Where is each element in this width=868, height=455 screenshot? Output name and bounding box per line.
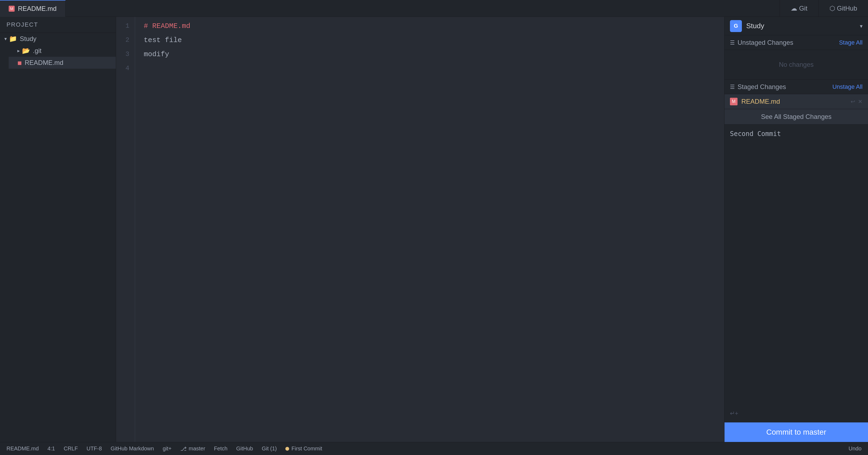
staged-title: Staged Changes [738, 83, 833, 91]
tab-git[interactable]: ☁ Git [780, 0, 818, 17]
staged-area: ☰ Staged Changes Unstage All M README.md… [724, 79, 868, 109]
status-git-plus-label: git+ [163, 446, 172, 452]
stage-all-button[interactable]: Stage All [839, 39, 863, 46]
unstaged-section-header: ☰ Unstaged Changes Stage All [724, 35, 868, 50]
code-line-2: test file [144, 33, 724, 47]
status-github-label: GitHub [236, 446, 253, 452]
line-num-1: 1 [116, 19, 129, 33]
tab-readme-label: README.md [18, 5, 57, 12]
status-branch[interactable]: ⎇ master [180, 446, 205, 452]
git-repo-name: Study [746, 22, 858, 30]
status-git-label: git+ [163, 446, 172, 452]
git-panel-header: G Study ▾ [724, 17, 868, 35]
chevron-down-icon[interactable]: ▾ [860, 23, 863, 29]
tab-readme[interactable]: M README.md [0, 0, 66, 17]
tab-git-label: ☁ Git [791, 5, 807, 12]
commit-section: Second Commit ↵+ Commit to master [724, 124, 868, 442]
unstaged-title: Unstaged Changes [738, 39, 839, 47]
readme-file-icon: M [9, 6, 14, 12]
see-all-staged-button[interactable]: See All Staged Changes [724, 109, 868, 124]
code-line-4 [144, 61, 724, 76]
discard-icon[interactable]: ✕ [858, 98, 863, 105]
unstaged-area: ☰ Unstaged Changes Stage All No changes [724, 35, 868, 79]
git-panel: G Study ▾ ☰ Unstaged Changes Stage All N… [724, 17, 868, 442]
tree-root[interactable]: ▾ 📁 Study [0, 33, 116, 45]
commit-message-input[interactable]: Second Commit [730, 129, 863, 409]
status-branch-label: master [189, 446, 205, 452]
staged-file-name: README.md [741, 98, 850, 105]
undo-button[interactable]: Undo [848, 446, 862, 452]
unstage-all-button[interactable]: Unstage All [833, 83, 863, 90]
tree-readme-file[interactable]: ◼ README.md [9, 57, 116, 69]
tab-github[interactable]: ⬡ GitHub [818, 0, 868, 17]
status-first-commit-label: First Commit [291, 446, 322, 452]
git-folder-icon: 📂 [22, 47, 30, 55]
staged-section-header: ☰ Staged Changes Unstage All [724, 80, 868, 94]
unstage-icon[interactable]: ↩ [850, 98, 855, 105]
status-git-count[interactable]: Git (1) [262, 446, 277, 452]
status-filename: README.md [6, 446, 39, 452]
status-filename-label: README.md [6, 446, 39, 452]
staged-file-icon: M [730, 98, 738, 105]
status-fetch-label: Fetch [214, 446, 227, 452]
line-numbers: 1 2 3 4 [116, 17, 135, 442]
staged-file-actions: ↩ ✕ [850, 98, 863, 105]
line-num-3: 3 [116, 47, 129, 61]
status-encoding[interactable]: UTF-8 [87, 446, 102, 452]
sidebar-header: Project [0, 17, 116, 33]
undo-label: Undo [848, 446, 862, 452]
status-crlf-label: CRLF [64, 446, 78, 452]
status-encoding-label: UTF-8 [87, 446, 102, 452]
status-line-ending[interactable]: CRLF [64, 446, 78, 452]
readme-icon: ◼ [18, 59, 22, 66]
staged-file-readme[interactable]: M README.md ↩ ✕ [724, 94, 868, 109]
status-cursor-label: 4:1 [48, 446, 55, 452]
folder-icon: 📁 [9, 35, 17, 42]
editor-area: 1 2 3 4 # README.md test file modify [116, 17, 724, 442]
list-icon: ☰ [730, 39, 735, 46]
code-line-3: modify [144, 47, 724, 61]
git-logo: G [730, 20, 742, 32]
commit-hint: ↵+ [730, 409, 863, 418]
status-github[interactable]: GitHub [236, 446, 253, 452]
status-first-commit: First Commit [285, 446, 322, 452]
line-num-4: 4 [116, 61, 129, 76]
status-git-count-label: Git (1) [262, 446, 277, 452]
commit-to-master-button[interactable]: Commit to master [724, 422, 868, 442]
main-layout: Project ▾ 📁 Study ▸ 📂 .git ◼ README.md 1… [0, 17, 868, 442]
status-cursor: 4:1 [48, 446, 55, 452]
code-lines[interactable]: # README.md test file modify [135, 17, 724, 442]
status-language[interactable]: GitHub Markdown [111, 446, 154, 452]
tree-root-label: Study [20, 35, 36, 42]
status-language-label: GitHub Markdown [111, 446, 154, 452]
status-fetch[interactable]: Fetch [214, 446, 227, 452]
tree-git-label: .git [33, 47, 41, 55]
chevron-right-icon: ▸ [18, 48, 20, 54]
commit-area: Second Commit ↵+ [724, 124, 868, 422]
no-changes-label: No changes [724, 50, 868, 79]
chevron-down-icon: ▾ [4, 36, 7, 42]
sidebar: Project ▾ 📁 Study ▸ 📂 .git ◼ README.md [0, 17, 116, 442]
staged-list-icon: ☰ [730, 84, 735, 90]
code-line-1: # README.md [144, 19, 724, 33]
tree-readme-label: README.md [25, 59, 63, 66]
tab-github-label: ⬡ GitHub [830, 5, 857, 12]
line-num-2: 2 [116, 33, 129, 47]
commit-dot-icon [285, 447, 289, 451]
status-bar: README.md 4:1 CRLF UTF-8 GitHub Markdown… [0, 442, 868, 455]
tab-bar: M README.md ☁ Git ⬡ GitHub [0, 0, 868, 17]
branch-icon: ⎇ [180, 446, 187, 452]
tree-git-folder[interactable]: ▸ 📂 .git [9, 45, 116, 57]
tree-subtree: ▸ 📂 .git ◼ README.md [0, 45, 116, 69]
code-content[interactable]: 1 2 3 4 # README.md test file modify [116, 17, 724, 442]
